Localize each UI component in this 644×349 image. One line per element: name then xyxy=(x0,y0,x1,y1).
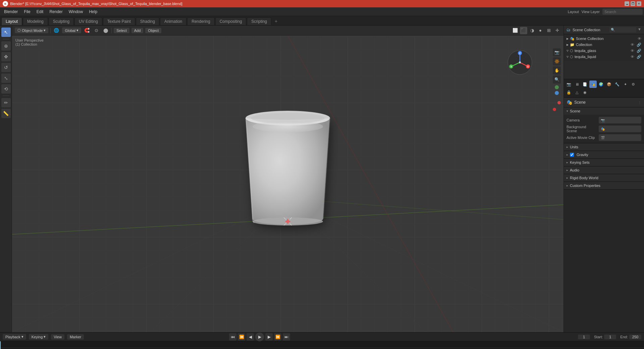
audio-section-header[interactable]: ▸ Audio xyxy=(564,166,644,174)
cursor-tool-button[interactable]: ⊕ xyxy=(1,41,11,51)
active-movie-clip-value[interactable]: 🎬 xyxy=(599,134,641,141)
tab-compositing[interactable]: Compositing xyxy=(215,17,247,25)
gravity-section-header[interactable]: ▸ Gravity xyxy=(564,151,644,158)
scene-section-header[interactable]: ▾ Scene xyxy=(564,107,644,115)
viewport-gizmo-toggle[interactable]: ✛ xyxy=(553,27,561,34)
playback-dropdown[interactable]: Playback ▾ xyxy=(3,334,26,340)
data-props-button[interactable]: △ xyxy=(573,89,581,96)
scene-collection-eye-icon[interactable]: 👁 xyxy=(638,37,641,41)
tab-texture-paint[interactable]: Texture Paint xyxy=(103,17,135,25)
tab-scripting[interactable]: Scripting xyxy=(247,17,271,25)
camera-value-field[interactable]: 📷 xyxy=(599,117,641,123)
scale-tool-button[interactable]: ⤡ xyxy=(1,73,11,83)
view-layer-button[interactable]: 📑 xyxy=(581,81,589,88)
scene-props-button[interactable]: 🎭 xyxy=(589,81,597,88)
menu-file[interactable]: File xyxy=(21,9,33,15)
outliner-item-collection[interactable]: ▸ 📁 Collection 👁 🔗 xyxy=(564,42,644,48)
keying-dropdown[interactable]: Keying ▾ xyxy=(29,334,49,340)
jump-to-next-keyframe-button[interactable]: ⏩ xyxy=(274,333,281,341)
tab-sculpting[interactable]: Sculpting xyxy=(49,17,74,25)
tab-rendering[interactable]: Rendering xyxy=(187,17,214,25)
menu-render[interactable]: Render xyxy=(47,9,65,15)
step-forward-button[interactable]: ▶ xyxy=(265,333,273,341)
global-transform-dropdown[interactable]: 🌐 xyxy=(53,27,60,34)
step-back-button[interactable]: ◀ xyxy=(247,333,254,341)
jump-to-start-button[interactable]: ⏮ xyxy=(229,333,236,341)
snap-icon[interactable]: 🧲 xyxy=(83,27,91,34)
transform-tool-button[interactable]: ⟲ xyxy=(1,84,11,94)
particles-props-button[interactable]: ✦ xyxy=(622,81,629,88)
tequila-glass-eye-icon[interactable]: 👁 xyxy=(631,49,634,53)
outliner-item-scene-collection[interactable]: ▸ 🎭 Scene Collection 👁 xyxy=(564,36,644,42)
start-frame-value[interactable]: 1 xyxy=(604,335,616,339)
object-props-button[interactable]: 📦 xyxy=(605,81,613,88)
viewport-zoom-button[interactable]: 🔍 xyxy=(553,76,561,84)
viewport-shading-render[interactable]: ● xyxy=(537,27,544,34)
world-props-button[interactable]: 🌍 xyxy=(597,81,605,88)
collection-eye-icon[interactable]: 👁 xyxy=(631,43,634,47)
timeline-track[interactable] xyxy=(0,341,644,349)
move-tool-button[interactable]: ✥ xyxy=(1,52,11,61)
add-menu[interactable]: Add xyxy=(131,28,144,33)
current-frame-value[interactable]: 1 xyxy=(578,335,590,339)
play-button[interactable]: ▶ xyxy=(255,333,264,341)
annotate-tool-button[interactable]: ✏ xyxy=(1,98,11,107)
keying-sets-section-header[interactable]: ▸ Keying Sets xyxy=(564,159,644,166)
viewport-shading-material[interactable]: ◑ xyxy=(528,27,536,34)
jump-to-end-button[interactable]: ⏭ xyxy=(283,333,290,341)
measure-tool-button[interactable]: 📏 xyxy=(1,109,11,118)
tab-uv-editing[interactable]: UV Editing xyxy=(74,17,102,25)
add-workspace-button[interactable]: + xyxy=(272,17,280,25)
proportional-edit-icon[interactable]: ⊙ xyxy=(93,27,100,34)
tequila-liquid-link-icon[interactable]: 🔗 xyxy=(637,55,641,59)
global-dropdown[interactable]: Global ▾ xyxy=(62,28,81,33)
view-menu[interactable]: View xyxy=(51,334,64,340)
object-menu[interactable]: Object xyxy=(145,28,161,33)
physics-props-button[interactable]: ⚙ xyxy=(630,81,637,88)
units-section-header[interactable]: ▸ Units xyxy=(564,143,644,151)
render-preview-button[interactable]: 🔆 xyxy=(553,57,561,65)
select-menu[interactable]: Select xyxy=(114,28,129,33)
rigid-body-world-header[interactable]: ▸ Rigid Body World xyxy=(564,174,644,182)
output-props-button[interactable]: 🖥 xyxy=(573,81,581,88)
jump-to-prev-keyframe-button[interactable]: ⏪ xyxy=(238,333,245,341)
outliner-filter-icon[interactable]: ▼ xyxy=(638,27,641,33)
background-scene-value[interactable]: 🎭 xyxy=(599,126,641,132)
viewport-pan-button[interactable]: ✋ xyxy=(553,66,561,74)
constraints-props-button[interactable]: 🔒 xyxy=(565,89,573,96)
minimize-button[interactable]: 🗕 xyxy=(625,1,629,6)
outliner-item-tequila-glass[interactable]: ▿ ⬡ tequila_glass 👁 🔗 xyxy=(564,48,644,54)
scene-prop-options[interactable]: ⋮ xyxy=(638,101,641,104)
collection-exclude-icon[interactable]: 🔗 xyxy=(637,43,641,47)
modifier-props-button[interactable]: 🔧 xyxy=(613,81,621,88)
outliner-search-input[interactable] xyxy=(609,27,636,33)
tab-layout[interactable]: Layout xyxy=(1,17,22,25)
search-input[interactable] xyxy=(602,9,643,15)
navigation-gizmo[interactable]: Z X Y xyxy=(506,49,533,76)
tab-animation[interactable]: Animation xyxy=(160,17,186,25)
viewport-shading-solid[interactable]: ⬛ xyxy=(520,27,527,34)
tab-shading[interactable]: Shading xyxy=(136,17,159,25)
custom-properties-header[interactable]: ▸ Custom Properties xyxy=(564,182,644,189)
camera-view-button[interactable]: 📷 xyxy=(553,48,561,56)
rotate-tool-button[interactable]: ↺ xyxy=(1,63,11,72)
transform-pivot-icon[interactable]: ⬤ xyxy=(102,27,109,34)
menu-blender[interactable]: Blender xyxy=(1,9,20,15)
window-controls[interactable]: 🗕 🗖 ✕ xyxy=(625,1,641,6)
menu-window[interactable]: Window xyxy=(66,9,86,15)
tab-modeling[interactable]: Modeling xyxy=(23,17,48,25)
close-button[interactable]: ✕ xyxy=(637,1,641,6)
tequila-liquid-eye-icon[interactable]: 👁 xyxy=(631,55,634,59)
select-tool-button[interactable]: ↖ xyxy=(1,28,11,37)
menu-help[interactable]: Help xyxy=(86,9,100,15)
object-mode-dropdown[interactable]: ⬡ Object Mode ▾ xyxy=(15,28,48,33)
maximize-button[interactable]: 🗖 xyxy=(631,1,635,6)
end-frame-value[interactable]: 250 xyxy=(629,335,641,339)
gravity-checkbox[interactable] xyxy=(570,153,574,157)
viewport[interactable]: ⬡ Object Mode ▾ 🌐 Global ▾ 🧲 ⊙ ⬤ Select … xyxy=(12,26,564,332)
material-props-button[interactable]: ◉ xyxy=(581,89,589,96)
menu-edit[interactable]: Edit xyxy=(34,9,46,15)
render-props-button[interactable]: 📷 xyxy=(565,81,573,88)
tequila-glass-link-icon[interactable]: 🔗 xyxy=(637,49,641,53)
viewport-overlay-toggle[interactable]: ⊞ xyxy=(545,27,552,34)
